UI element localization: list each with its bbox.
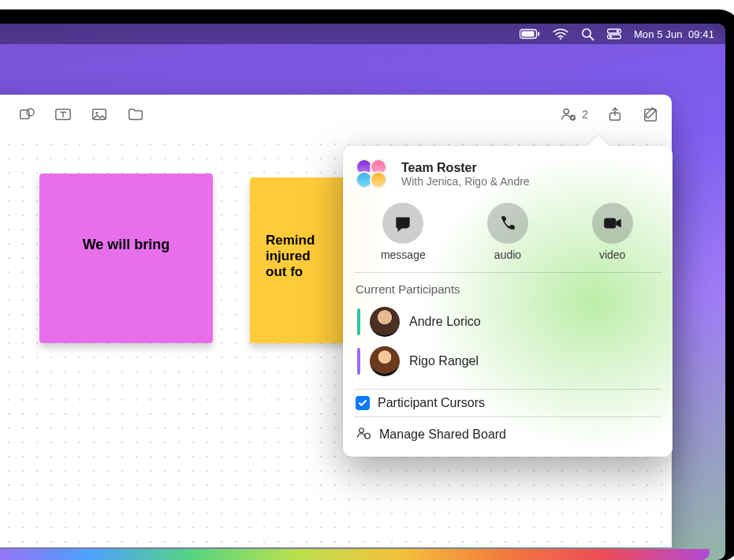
svg-rect-2 xyxy=(538,32,539,36)
svg-rect-1 xyxy=(521,32,534,37)
popover-title: Team Roster xyxy=(401,161,530,175)
sticky-note-text: We will bring xyxy=(83,237,170,252)
participant-color-indicator xyxy=(357,308,360,335)
sticky-note-text-line: Remind xyxy=(266,233,341,248)
menubar-datetime[interactable]: Mon 5 Jun 09:41 xyxy=(634,28,714,40)
svg-point-12 xyxy=(27,109,34,116)
svg-point-15 xyxy=(95,112,98,114)
collab-count: 2 xyxy=(582,108,588,121)
participant-name: Andre Lorico xyxy=(409,315,481,329)
svg-point-3 xyxy=(560,38,561,39)
svg-point-16 xyxy=(564,109,568,114)
participant-row[interactable]: Andre Lorico xyxy=(356,302,665,342)
spotlight-icon[interactable] xyxy=(581,28,594,41)
desktop-wallpaper-band xyxy=(0,549,710,560)
action-label: message xyxy=(381,248,426,261)
checkbox-checked-icon xyxy=(356,396,370,410)
action-label: video xyxy=(599,248,625,261)
sticky-note-pink[interactable]: We will bring xyxy=(39,174,213,343)
toolbar: 2 xyxy=(0,95,672,134)
text-box-tool-icon[interactable] xyxy=(54,105,73,124)
control-center-icon[interactable] xyxy=(607,28,621,39)
compose-button-icon[interactable] xyxy=(642,105,661,124)
shared-board-icon xyxy=(356,425,371,444)
message-action-button[interactable]: message xyxy=(356,203,450,261)
avatar xyxy=(370,307,400,337)
video-icon xyxy=(592,203,633,244)
phone-icon xyxy=(487,203,528,244)
avatar-cluster-icon xyxy=(356,159,392,190)
svg-point-9 xyxy=(609,35,612,38)
collaboration-popover: Team Roster With Jenica, Rigo & Andre me… xyxy=(343,146,673,457)
svg-rect-20 xyxy=(604,218,616,229)
sticky-note-text-line: injured xyxy=(266,248,341,264)
participant-cursors-toggle[interactable]: Participant Cursors xyxy=(343,390,673,416)
participant-cursors-label: Participant Cursors xyxy=(378,396,485,410)
current-participants-heading: Current Participants xyxy=(343,273,673,302)
wifi-icon[interactable] xyxy=(553,28,568,39)
share-button-icon[interactable] xyxy=(605,105,624,124)
participant-name: Rigo Rangel xyxy=(409,354,479,368)
participant-row[interactable]: Rigo Rangel xyxy=(356,342,665,381)
action-label: audio xyxy=(494,248,521,261)
popover-subtitle: With Jenica, Rigo & Andre xyxy=(401,175,530,188)
avatar xyxy=(370,346,400,376)
macos-menubar: Mon 5 Jun 09:41 xyxy=(0,24,725,44)
shapes-tool-icon[interactable] xyxy=(17,105,36,124)
battery-icon[interactable] xyxy=(520,28,540,39)
files-tool-icon[interactable] xyxy=(126,105,145,124)
sticky-note-yellow[interactable]: Remind injured out fo xyxy=(250,177,352,343)
svg-point-7 xyxy=(617,30,619,32)
svg-line-5 xyxy=(590,36,593,39)
video-action-button[interactable]: video xyxy=(565,203,660,261)
media-tool-icon[interactable] xyxy=(90,105,109,124)
collaborate-button[interactable]: 2 xyxy=(560,106,588,123)
sticky-note-text-line: out fo xyxy=(266,264,341,280)
participant-color-indicator xyxy=(357,348,360,375)
manage-shared-board-button[interactable]: Manage Shared Board xyxy=(343,417,673,457)
message-icon xyxy=(382,203,423,244)
manage-label: Manage Shared Board xyxy=(379,427,506,442)
audio-action-button[interactable]: audio xyxy=(460,203,555,261)
svg-point-21 xyxy=(360,428,364,433)
